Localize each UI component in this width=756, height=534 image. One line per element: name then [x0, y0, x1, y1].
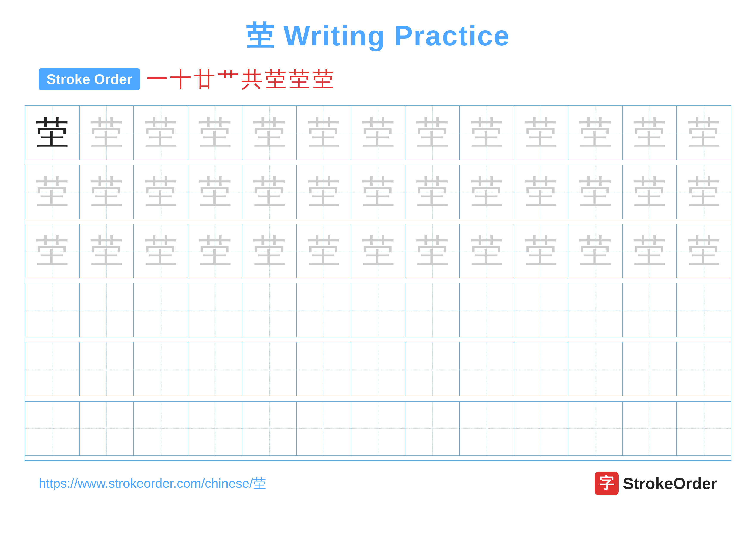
grid-cell[interactable]: 茔 [514, 106, 568, 160]
title-char: 茔 [246, 20, 275, 51]
grid-cell[interactable]: 茔 [514, 165, 568, 219]
grid-cell[interactable] [677, 401, 731, 456]
grid-cell[interactable] [188, 342, 242, 396]
grid-cell[interactable] [568, 401, 622, 456]
grid-cell[interactable] [242, 283, 297, 337]
stroke-3: 廿 [194, 68, 215, 90]
grid-cell[interactable] [514, 401, 568, 456]
grid-cell[interactable] [459, 401, 514, 456]
grid-cell[interactable]: 茔 [568, 106, 622, 160]
grid-cell[interactable] [514, 283, 568, 337]
writing-grid: 茔茔茔茔茔茔茔茔茔茔茔茔茔茔茔茔茔茔茔茔茔茔茔茔茔茔茔茔茔茔茔茔茔茔茔茔茔茔茔 [25, 105, 731, 461]
grid-cell[interactable]: 茔 [25, 106, 79, 160]
logo-name: StrokeOrder [623, 474, 717, 493]
logo-icon: 字 [595, 471, 618, 495]
footer-url[interactable]: https://www.strokeorder.com/chinese/茔 [39, 475, 266, 492]
grid-cell[interactable] [622, 283, 677, 337]
stroke-7: 茔 [288, 68, 310, 90]
grid-cell[interactable] [405, 401, 459, 456]
grid-cell[interactable]: 茔 [677, 106, 731, 160]
grid-cell[interactable]: 茔 [459, 165, 514, 219]
grid-cell[interactable] [405, 342, 459, 396]
grid-cell[interactable] [188, 283, 242, 337]
grid-cell[interactable]: 茔 [351, 224, 405, 278]
grid-cell[interactable] [677, 283, 731, 337]
grid-cell[interactable]: 茔 [188, 165, 242, 219]
grid-cell[interactable] [622, 401, 677, 456]
grid-cell[interactable]: 茔 [568, 224, 622, 278]
grid-cell[interactable]: 茔 [351, 106, 405, 160]
grid-cell[interactable] [242, 401, 297, 456]
grid-cell[interactable] [79, 342, 134, 396]
grid-cell[interactable] [351, 283, 405, 337]
grid-cell[interactable]: 茔 [242, 165, 297, 219]
grid-cell[interactable]: 茔 [677, 224, 731, 278]
grid-cell[interactable]: 茔 [25, 224, 79, 278]
grid-cell[interactable] [622, 342, 677, 396]
grid-cell[interactable] [134, 283, 188, 337]
grid-cell[interactable]: 茔 [134, 165, 188, 219]
grid-cell[interactable]: 茔 [188, 106, 242, 160]
grid-cell[interactable]: 茔 [677, 165, 731, 219]
grid-cell[interactable]: 茔 [568, 165, 622, 219]
grid-cell[interactable]: 茔 [79, 106, 134, 160]
stroke-chars: 一 十 廿 艹 共 茔 茔 茔 [146, 68, 334, 90]
grid-cell[interactable]: 茔 [405, 106, 459, 160]
grid-cell[interactable] [677, 342, 731, 396]
grid-cell[interactable] [459, 283, 514, 337]
grid-cell[interactable] [297, 401, 351, 456]
grid-cell[interactable] [134, 401, 188, 456]
grid-cell[interactable] [459, 342, 514, 396]
grid-cell[interactable]: 茔 [242, 106, 297, 160]
grid-cell[interactable] [405, 283, 459, 337]
grid-cell[interactable] [297, 342, 351, 396]
grid-cell[interactable]: 茔 [134, 106, 188, 160]
grid-cell[interactable]: 茔 [351, 165, 405, 219]
grid-cell[interactable]: 茔 [79, 224, 134, 278]
grid-cell[interactable] [242, 342, 297, 396]
grid-cell[interactable] [351, 401, 405, 456]
grid-cell[interactable]: 茔 [25, 165, 79, 219]
title-text: Writing Practice [275, 20, 510, 51]
grid-cell[interactable] [568, 283, 622, 337]
grid-cell[interactable]: 茔 [297, 165, 351, 219]
grid-cell[interactable] [25, 283, 79, 337]
grid-cell[interactable]: 茔 [622, 165, 677, 219]
grid-cell[interactable]: 茔 [405, 224, 459, 278]
grid-cell[interactable]: 茔 [622, 224, 677, 278]
footer: https://www.strokeorder.com/chinese/茔 字 … [26, 471, 730, 495]
grid-cell[interactable] [351, 342, 405, 396]
grid-cell[interactable]: 茔 [79, 165, 134, 219]
grid-cell[interactable]: 茔 [297, 224, 351, 278]
grid-cell[interactable]: 茔 [188, 224, 242, 278]
grid-cell[interactable]: 茔 [459, 224, 514, 278]
page-title: 茔 Writing Practice [246, 17, 510, 55]
stroke-8: 茔 [312, 68, 334, 90]
grid-cell[interactable] [25, 401, 79, 456]
stroke-4: 艹 [217, 68, 239, 90]
grid-cell[interactable] [188, 401, 242, 456]
stroke-order-row: Stroke Order 一 十 廿 艹 共 茔 茔 茔 [39, 68, 334, 90]
stroke-order-badge: Stroke Order [39, 68, 140, 90]
grid-cell[interactable]: 茔 [297, 106, 351, 160]
grid-cell[interactable] [568, 342, 622, 396]
grid-cell[interactable]: 茔 [134, 224, 188, 278]
grid-cell[interactable]: 茔 [242, 224, 297, 278]
grid-cell[interactable] [297, 283, 351, 337]
stroke-6: 茔 [265, 68, 286, 90]
stroke-5: 共 [241, 68, 263, 90]
page: 茔 Writing Practice Stroke Order 一 十 廿 艹 … [0, 0, 756, 534]
stroke-2: 十 [170, 68, 192, 90]
grid-cell[interactable] [79, 401, 134, 456]
grid-cell[interactable]: 茔 [459, 106, 514, 160]
grid-cell[interactable] [514, 342, 568, 396]
grid-cell[interactable] [79, 283, 134, 337]
footer-logo: 字 StrokeOrder [595, 471, 717, 495]
grid-cell[interactable]: 茔 [405, 165, 459, 219]
grid-cell[interactable] [134, 342, 188, 396]
stroke-1: 一 [146, 68, 168, 90]
grid-cell[interactable]: 茔 [514, 224, 568, 278]
grid-cell[interactable] [25, 342, 79, 396]
grid-cell[interactable]: 茔 [622, 106, 677, 160]
